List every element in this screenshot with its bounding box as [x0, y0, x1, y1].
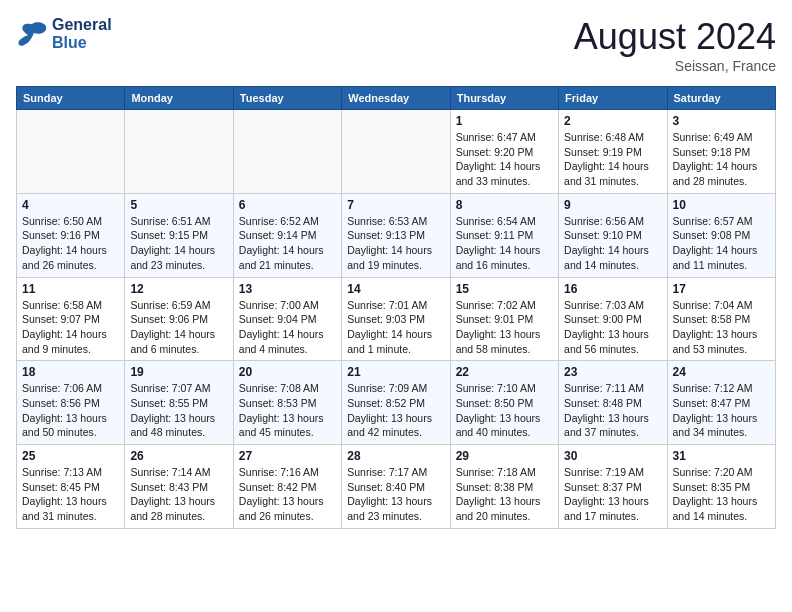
calendar-header-row: SundayMondayTuesdayWednesdayThursdayFrid…	[17, 87, 776, 110]
day-info: Sunrise: 6:48 AMSunset: 9:19 PMDaylight:…	[564, 130, 661, 189]
calendar-cell: 24Sunrise: 7:12 AMSunset: 8:47 PMDayligh…	[667, 361, 775, 445]
column-header-thursday: Thursday	[450, 87, 558, 110]
day-info: Sunrise: 6:58 AMSunset: 9:07 PMDaylight:…	[22, 298, 119, 357]
column-header-tuesday: Tuesday	[233, 87, 341, 110]
day-info: Sunrise: 6:54 AMSunset: 9:11 PMDaylight:…	[456, 214, 553, 273]
calendar-cell: 12Sunrise: 6:59 AMSunset: 9:06 PMDayligh…	[125, 277, 233, 361]
column-header-wednesday: Wednesday	[342, 87, 450, 110]
calendar-table: SundayMondayTuesdayWednesdayThursdayFrid…	[16, 86, 776, 529]
day-info: Sunrise: 6:53 AMSunset: 9:13 PMDaylight:…	[347, 214, 444, 273]
day-info: Sunrise: 7:09 AMSunset: 8:52 PMDaylight:…	[347, 381, 444, 440]
day-number: 20	[239, 365, 336, 379]
day-info: Sunrise: 7:14 AMSunset: 8:43 PMDaylight:…	[130, 465, 227, 524]
day-info: Sunrise: 7:06 AMSunset: 8:56 PMDaylight:…	[22, 381, 119, 440]
logo: General Blue	[16, 16, 112, 52]
calendar-cell	[233, 110, 341, 194]
calendar-cell: 3Sunrise: 6:49 AMSunset: 9:18 PMDaylight…	[667, 110, 775, 194]
day-number: 19	[130, 365, 227, 379]
calendar-cell: 1Sunrise: 6:47 AMSunset: 9:20 PMDaylight…	[450, 110, 558, 194]
calendar-cell: 22Sunrise: 7:10 AMSunset: 8:50 PMDayligh…	[450, 361, 558, 445]
calendar-cell: 27Sunrise: 7:16 AMSunset: 8:42 PMDayligh…	[233, 445, 341, 529]
calendar-cell: 2Sunrise: 6:48 AMSunset: 9:19 PMDaylight…	[559, 110, 667, 194]
day-info: Sunrise: 7:13 AMSunset: 8:45 PMDaylight:…	[22, 465, 119, 524]
day-info: Sunrise: 7:16 AMSunset: 8:42 PMDaylight:…	[239, 465, 336, 524]
title-block: August 2024 Seissan, France	[574, 16, 776, 74]
day-info: Sunrise: 7:19 AMSunset: 8:37 PMDaylight:…	[564, 465, 661, 524]
day-number: 26	[130, 449, 227, 463]
calendar-cell: 28Sunrise: 7:17 AMSunset: 8:40 PMDayligh…	[342, 445, 450, 529]
page-header: General Blue August 2024 Seissan, France	[16, 16, 776, 74]
day-number: 11	[22, 282, 119, 296]
calendar-cell: 9Sunrise: 6:56 AMSunset: 9:10 PMDaylight…	[559, 193, 667, 277]
calendar-cell: 7Sunrise: 6:53 AMSunset: 9:13 PMDaylight…	[342, 193, 450, 277]
day-number: 5	[130, 198, 227, 212]
calendar-cell: 31Sunrise: 7:20 AMSunset: 8:35 PMDayligh…	[667, 445, 775, 529]
calendar-cell: 25Sunrise: 7:13 AMSunset: 8:45 PMDayligh…	[17, 445, 125, 529]
day-number: 14	[347, 282, 444, 296]
logo-icon	[16, 20, 48, 48]
day-info: Sunrise: 6:50 AMSunset: 9:16 PMDaylight:…	[22, 214, 119, 273]
calendar-week-row: 11Sunrise: 6:58 AMSunset: 9:07 PMDayligh…	[17, 277, 776, 361]
calendar-cell: 21Sunrise: 7:09 AMSunset: 8:52 PMDayligh…	[342, 361, 450, 445]
day-info: Sunrise: 7:08 AMSunset: 8:53 PMDaylight:…	[239, 381, 336, 440]
calendar-cell: 10Sunrise: 6:57 AMSunset: 9:08 PMDayligh…	[667, 193, 775, 277]
logo-text: General Blue	[52, 16, 112, 52]
day-info: Sunrise: 7:20 AMSunset: 8:35 PMDaylight:…	[673, 465, 770, 524]
calendar-cell: 20Sunrise: 7:08 AMSunset: 8:53 PMDayligh…	[233, 361, 341, 445]
day-info: Sunrise: 7:04 AMSunset: 8:58 PMDaylight:…	[673, 298, 770, 357]
day-number: 29	[456, 449, 553, 463]
day-number: 18	[22, 365, 119, 379]
day-info: Sunrise: 6:52 AMSunset: 9:14 PMDaylight:…	[239, 214, 336, 273]
day-number: 1	[456, 114, 553, 128]
calendar-week-row: 25Sunrise: 7:13 AMSunset: 8:45 PMDayligh…	[17, 445, 776, 529]
day-number: 4	[22, 198, 119, 212]
day-number: 23	[564, 365, 661, 379]
day-number: 15	[456, 282, 553, 296]
calendar-week-row: 4Sunrise: 6:50 AMSunset: 9:16 PMDaylight…	[17, 193, 776, 277]
day-info: Sunrise: 7:12 AMSunset: 8:47 PMDaylight:…	[673, 381, 770, 440]
calendar-cell: 18Sunrise: 7:06 AMSunset: 8:56 PMDayligh…	[17, 361, 125, 445]
calendar-cell: 30Sunrise: 7:19 AMSunset: 8:37 PMDayligh…	[559, 445, 667, 529]
calendar-cell	[17, 110, 125, 194]
day-number: 9	[564, 198, 661, 212]
column-header-friday: Friday	[559, 87, 667, 110]
calendar-week-row: 18Sunrise: 7:06 AMSunset: 8:56 PMDayligh…	[17, 361, 776, 445]
column-header-saturday: Saturday	[667, 87, 775, 110]
day-number: 12	[130, 282, 227, 296]
calendar-cell: 23Sunrise: 7:11 AMSunset: 8:48 PMDayligh…	[559, 361, 667, 445]
calendar-cell: 8Sunrise: 6:54 AMSunset: 9:11 PMDaylight…	[450, 193, 558, 277]
day-info: Sunrise: 7:00 AMSunset: 9:04 PMDaylight:…	[239, 298, 336, 357]
calendar-cell: 11Sunrise: 6:58 AMSunset: 9:07 PMDayligh…	[17, 277, 125, 361]
calendar-cell: 5Sunrise: 6:51 AMSunset: 9:15 PMDaylight…	[125, 193, 233, 277]
day-info: Sunrise: 7:10 AMSunset: 8:50 PMDaylight:…	[456, 381, 553, 440]
month-title: August 2024	[574, 16, 776, 58]
day-number: 7	[347, 198, 444, 212]
day-number: 27	[239, 449, 336, 463]
day-info: Sunrise: 6:57 AMSunset: 9:08 PMDaylight:…	[673, 214, 770, 273]
day-info: Sunrise: 7:17 AMSunset: 8:40 PMDaylight:…	[347, 465, 444, 524]
day-number: 22	[456, 365, 553, 379]
calendar-cell: 4Sunrise: 6:50 AMSunset: 9:16 PMDaylight…	[17, 193, 125, 277]
day-number: 8	[456, 198, 553, 212]
calendar-cell	[125, 110, 233, 194]
day-number: 16	[564, 282, 661, 296]
calendar-cell: 16Sunrise: 7:03 AMSunset: 9:00 PMDayligh…	[559, 277, 667, 361]
column-header-sunday: Sunday	[17, 87, 125, 110]
calendar-cell: 19Sunrise: 7:07 AMSunset: 8:55 PMDayligh…	[125, 361, 233, 445]
day-info: Sunrise: 7:07 AMSunset: 8:55 PMDaylight:…	[130, 381, 227, 440]
day-info: Sunrise: 7:03 AMSunset: 9:00 PMDaylight:…	[564, 298, 661, 357]
day-info: Sunrise: 7:02 AMSunset: 9:01 PMDaylight:…	[456, 298, 553, 357]
day-number: 2	[564, 114, 661, 128]
calendar-cell: 29Sunrise: 7:18 AMSunset: 8:38 PMDayligh…	[450, 445, 558, 529]
day-number: 21	[347, 365, 444, 379]
day-info: Sunrise: 7:01 AMSunset: 9:03 PMDaylight:…	[347, 298, 444, 357]
day-number: 6	[239, 198, 336, 212]
day-number: 31	[673, 449, 770, 463]
day-number: 30	[564, 449, 661, 463]
day-number: 17	[673, 282, 770, 296]
day-info: Sunrise: 7:11 AMSunset: 8:48 PMDaylight:…	[564, 381, 661, 440]
calendar-cell: 26Sunrise: 7:14 AMSunset: 8:43 PMDayligh…	[125, 445, 233, 529]
location-subtitle: Seissan, France	[574, 58, 776, 74]
day-info: Sunrise: 6:59 AMSunset: 9:06 PMDaylight:…	[130, 298, 227, 357]
calendar-week-row: 1Sunrise: 6:47 AMSunset: 9:20 PMDaylight…	[17, 110, 776, 194]
